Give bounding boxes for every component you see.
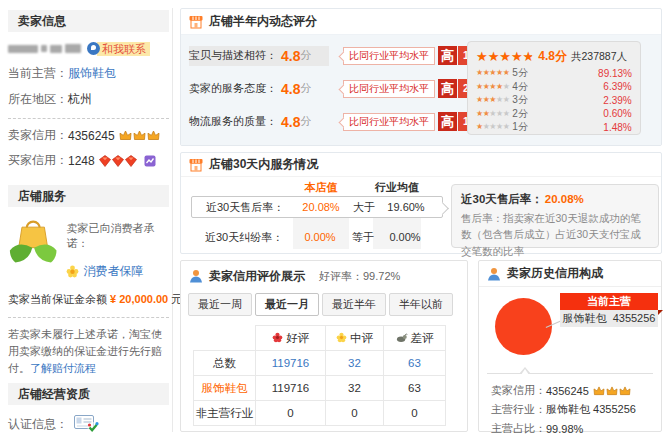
stat-value: 99.98% [546, 423, 583, 435]
distribution-row-5: ★★★★★ 5分 89.13% [476, 67, 632, 80]
deposit-line: 卖家当前保证金余额 ¥ 20,000.00 元 [8, 292, 169, 307]
hands-bag-icon [8, 215, 58, 271]
distribution-percent: 0.60% [603, 108, 631, 119]
tooltip-value: 20.08% [545, 193, 584, 205]
crown-icon [606, 386, 618, 396]
buyer-credit-value: 1248 [68, 154, 95, 168]
main-business-label: 当前主营： [8, 66, 68, 80]
star-rating-icon: ★★★★★ [476, 110, 509, 118]
distribution-row-3: ★★★★★ 3分 2.39% [476, 94, 632, 107]
stat-label: 主营行业： [491, 402, 546, 417]
review-table: 好评 中评 差评 总数 119716 32 63 服饰鞋包 119716 32 … [193, 325, 446, 426]
seller-credit-crowns [119, 130, 160, 141]
tab-last-half-year[interactable]: 最近半年 [322, 293, 386, 316]
promise-text: 卖家已向消费者承诺： [66, 221, 169, 251]
after-sale-rate-row[interactable]: 近30天售后率： 20.08% 大于 19.60% [191, 196, 443, 218]
bad-review-icon [396, 332, 408, 343]
table-row-non-main: 非主营行业 0 0 0 [194, 401, 446, 426]
higher-badge: 高 [438, 46, 457, 65]
pie-divider-notch [487, 373, 653, 374]
row-label: 总数 [194, 351, 256, 376]
credit-pie-chart: 当前主营 服饰鞋包 4355256 [479, 287, 661, 373]
crown-icon [119, 130, 132, 141]
neutral-count-link[interactable]: 32 [326, 351, 384, 376]
consumer-protection-link[interactable]: 消费者保障 [83, 263, 143, 280]
overall-score: 4.8分 [538, 48, 567, 65]
after-sale-rate-tooltip: 近30天售后率：20.08% 售后率：指卖家在近30天退款成功的笔数（包含售后成… [451, 184, 659, 248]
gem-icon [125, 155, 137, 167]
divider-dashed [8, 317, 169, 318]
consumer-protection-icon [66, 265, 79, 278]
dynamic-score-title: 店铺半年内动态评分 [209, 13, 317, 30]
compensation-process-link[interactable]: 了解赔付流程 [30, 362, 96, 374]
industry-value: 0.00% [377, 231, 433, 243]
shop-value: 20.08% [292, 201, 350, 213]
score-value: 4.8 [281, 81, 300, 97]
higher-badge: 高 [438, 79, 457, 98]
compare-industry-box: 比同行业平均水平 [343, 80, 435, 98]
certification-card-icon[interactable] [74, 415, 100, 434]
distribution-row-1: ★★★★★ 1分 1.48% [476, 121, 632, 134]
gem-icon [112, 155, 124, 167]
distribution-bar-track [534, 123, 598, 131]
distribution-bar-track [534, 83, 598, 91]
neutral-review-flower-icon [336, 332, 347, 343]
higher-badge: 高 [438, 112, 457, 131]
score-unit: 分 [300, 114, 311, 129]
person-icon [189, 269, 203, 283]
tab-last-week[interactable]: 最近一周 [188, 293, 252, 316]
positive-rate-value: 99.72% [363, 270, 400, 282]
distribution-percent: 89.13% [598, 68, 632, 79]
history-credit-title: 卖家历史信用构成 [507, 265, 603, 282]
star-distribution-tooltip: ★★★★★★★★★★ 4.8分 共237887人 ★★★★★ 5分 89.13%… [467, 41, 641, 135]
dynamic-score-panel: 店铺半年内动态评分 宝贝与描述相符： 4.8分 比同行业平均水平 高 14.34… [180, 8, 662, 146]
seller-credit-line: 卖家信用： 4356245 [8, 127, 169, 144]
dispute-rate-row: 近30天纠纷率： 0.00% 等于 0.00% [191, 226, 443, 248]
compare-industry-box: 比同行业平均水平 [343, 47, 435, 65]
compensation-note: 若卖家未履行上述承诺，淘宝使用卖家缴纳的保证金进行先行赔付。了解赔付流程 [8, 326, 169, 377]
callout-number: 4355256 [613, 312, 656, 324]
seller-name-redacted [8, 44, 81, 53]
distribution-label: 1分 [512, 120, 531, 134]
buyer-credit-line: 买家信用： 1248 [8, 152, 169, 169]
distribution-label: 4分 [512, 80, 531, 94]
shop-icon [189, 15, 203, 29]
service-row-label: 近30天售后率： [192, 200, 292, 215]
main-business-line: 当前主营：服饰鞋包 [8, 65, 169, 82]
crown-icon [133, 130, 146, 141]
crown-icon [593, 386, 605, 396]
positive-rate-label: 好评率： [319, 270, 363, 282]
region-value: 杭州 [68, 92, 92, 106]
seller-info-heading: 卖家信息 [8, 10, 169, 32]
stat-value: 服饰鞋包 4355256 [546, 402, 636, 417]
distribution-label: 3分 [512, 93, 531, 107]
good-count-link[interactable]: 119716 [256, 351, 326, 376]
header-neutral: 中评 [350, 332, 373, 344]
tooltip-description: 售后率：指卖家在近30天退款成功的笔数（包含售后成立）占近30天支付宝成交笔数的… [461, 210, 649, 259]
score-value: 4.8 [281, 114, 300, 130]
good-review-flower-icon [272, 332, 283, 343]
sidebar-divider [172, 8, 173, 432]
star-rating-icon: ★★★★★ [476, 123, 509, 131]
rank-chart-icon[interactable] [144, 155, 156, 167]
tab-last-month[interactable]: 最近一月 [255, 293, 319, 316]
pie-callout: 当前主营 服饰鞋包 4355256 [560, 293, 658, 327]
bad-count: 63 [384, 376, 446, 401]
seller-identity-row: 和我联系 [8, 41, 169, 56]
seller-sidebar: 卖家信息 和我联系 当前主营：服饰鞋包 所在地区：杭州 卖家信用： 435624… [8, 10, 169, 434]
gem-icon [99, 155, 111, 167]
service-30d-title: 店铺30天内服务情况 [209, 156, 318, 173]
tab-before-half-year[interactable]: 半年以前 [389, 293, 453, 316]
rater-count: 共237887人 [571, 50, 627, 64]
contact-me-badge[interactable]: 和我联系 [87, 42, 150, 56]
main-business-link[interactable]: 服饰鞋包 [68, 66, 116, 80]
distribution-percent: 6.39% [603, 81, 631, 92]
seller-credit-crowns [593, 386, 631, 396]
certification-line: 认证信息： [8, 415, 169, 434]
distribution-row-4: ★★★★★ 4分 6.39% [476, 80, 632, 93]
certification-label: 认证信息： [8, 416, 68, 433]
header-good: 好评 [286, 332, 309, 344]
service-row-label: 近30天纠纷率： [191, 230, 291, 245]
bad-count-link[interactable]: 63 [384, 351, 446, 376]
star-rating-icon: ★★★★★ [476, 83, 509, 91]
